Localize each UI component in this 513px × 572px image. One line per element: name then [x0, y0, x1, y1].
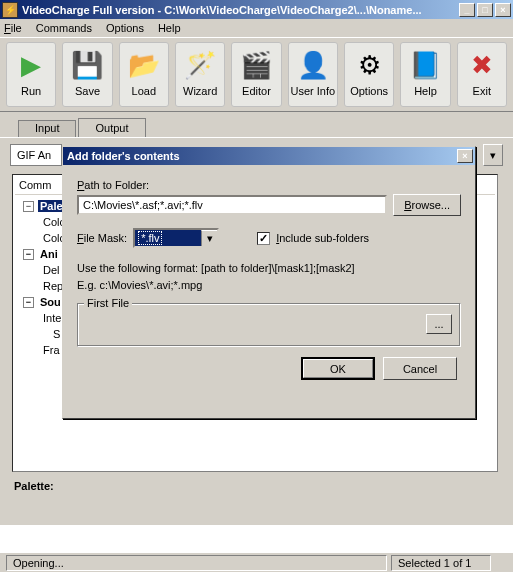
tree-del[interactable]: Del [43, 264, 60, 276]
userinfo-button[interactable]: 👤User Info [288, 42, 338, 107]
browse-button[interactable]: Browse... [393, 194, 461, 216]
save-icon: 💾 [69, 47, 105, 83]
app-icon: ⚡ [2, 2, 18, 18]
cancel-button[interactable]: Cancel [383, 357, 457, 380]
wizard-button[interactable]: 🪄Wizard [175, 42, 225, 107]
dialog-close-button[interactable]: × [457, 149, 473, 163]
tree-sou[interactable]: Sou [38, 296, 61, 308]
tab-output[interactable]: Output [78, 118, 145, 137]
first-file-group: First File ... [77, 303, 461, 347]
first-file-browse-button[interactable]: ... [426, 314, 452, 334]
menu-file[interactable]: File [4, 22, 22, 34]
maximize-button[interactable]: □ [477, 3, 493, 17]
menu-options[interactable]: Options [106, 22, 144, 34]
run-button[interactable]: ▶Run [6, 42, 56, 107]
exit-icon: ✖ [464, 47, 500, 83]
status-text: Opening... [6, 555, 387, 571]
tab-input[interactable]: Input [18, 120, 76, 137]
hint-line1: Use the following format: [path to folde… [77, 260, 461, 277]
palette-label: Palette: [10, 480, 503, 492]
include-label: Include sub-folders [276, 232, 369, 244]
chevron-down-icon[interactable]: ▾ [201, 230, 217, 246]
include-subfolders-checkbox[interactable]: ✓ [257, 232, 270, 245]
editor-button[interactable]: 🎬Editor [231, 42, 281, 107]
exit-button[interactable]: ✖Exit [457, 42, 507, 107]
dialog-title: Add folder's contents [65, 150, 457, 162]
menu-help[interactable]: Help [158, 22, 181, 34]
toolbar: ▶Run 💾Save 📂Load 🪄Wizard 🎬Editor 👤User I… [0, 38, 513, 112]
expand-icon[interactable]: − [23, 297, 34, 308]
tab-row: Input Output [0, 112, 513, 137]
add-folder-dialog: Add folder's contents × Path to Folder: … [62, 146, 476, 419]
editor-icon: 🎬 [238, 47, 274, 83]
menu-commands[interactable]: Commands [36, 22, 92, 34]
path-label: Path to Folder: [77, 179, 461, 191]
save-button[interactable]: 💾Save [62, 42, 112, 107]
window-title: VideoCharge Full version - C:\Work\Video… [22, 4, 459, 16]
book-icon: 📘 [407, 47, 443, 83]
status-selection: Selected 1 of 1 [391, 555, 491, 571]
statusbar: Opening... Selected 1 of 1 [0, 552, 513, 572]
options-button[interactable]: ⚙Options [344, 42, 394, 107]
help-button[interactable]: 📘Help [400, 42, 450, 107]
file-mask-combo[interactable]: *.flv ▾ [133, 228, 219, 248]
titlebar: ⚡ VideoCharge Full version - C:\Work\Vid… [0, 0, 513, 19]
minimize-button[interactable]: _ [459, 3, 475, 17]
tree-ani[interactable]: Ani [38, 248, 58, 260]
gear-icon: ⚙ [351, 47, 387, 83]
play-icon: ▶ [13, 47, 49, 83]
mask-label: File Mask: [77, 232, 127, 244]
path-input[interactable]: C:\Movies\*.asf;*.avi;*.flv [77, 195, 387, 215]
expand-icon[interactable]: − [23, 201, 34, 212]
dropdown-button[interactable]: ▾ [483, 144, 503, 166]
tree-fra[interactable]: Fra [43, 344, 60, 356]
ok-button[interactable]: OK [301, 357, 375, 380]
tree-s[interactable]: S [53, 328, 60, 340]
load-button[interactable]: 📂Load [119, 42, 169, 107]
format-label: GIF An [10, 144, 62, 166]
folder-icon: 📂 [126, 47, 162, 83]
tree-inter[interactable]: Inte [43, 312, 61, 324]
menubar: File Commands Options Help [0, 19, 513, 38]
expand-icon[interactable]: − [23, 249, 34, 260]
first-file-label: First File [84, 297, 132, 309]
close-button[interactable]: × [495, 3, 511, 17]
wizard-icon: 🪄 [182, 47, 218, 83]
tree-rep[interactable]: Rep [43, 280, 63, 292]
hint-line2: E.g. c:\Movies\*.avi;*.mpg [77, 277, 461, 294]
user-icon: 👤 [295, 47, 331, 83]
